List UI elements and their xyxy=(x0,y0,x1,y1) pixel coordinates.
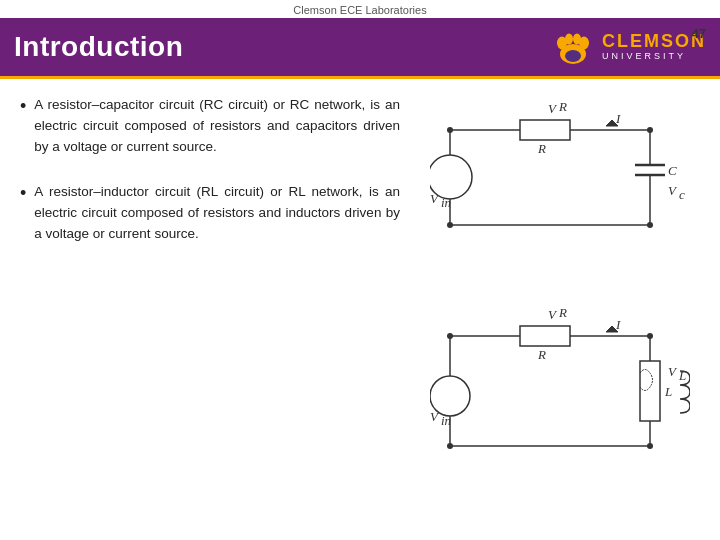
svg-rect-9 xyxy=(520,120,570,140)
svg-text:V: V xyxy=(430,409,440,424)
paw-icon xyxy=(552,26,594,68)
svg-point-54 xyxy=(447,443,453,449)
logo-university-text: UNIVERSITY xyxy=(602,50,686,63)
logo-area: CLEMSON UNIVERSITY xyxy=(552,26,706,68)
institution-label: Clemson ECE Laboratories xyxy=(293,4,426,16)
diagrams-column: V R R I C V c xyxy=(420,95,700,491)
svg-text:R: R xyxy=(558,305,567,320)
svg-text:V: V xyxy=(548,101,558,116)
svg-text:C: C xyxy=(668,163,677,178)
svg-point-51 xyxy=(447,333,453,339)
text-column: • A resistor–capacitor circuit (RC circu… xyxy=(20,95,400,491)
main-content: • A resistor–capacitor circuit (RC circu… xyxy=(0,79,720,501)
svg-text:V: V xyxy=(548,307,558,322)
svg-point-52 xyxy=(647,333,653,339)
rc-circuit-diagram: V R R I C V c xyxy=(430,95,690,285)
svg-point-28 xyxy=(647,127,653,133)
bullet-text-1: A resistor–capacitor circuit (RC circuit… xyxy=(34,95,400,158)
svg-text:R: R xyxy=(537,141,546,156)
page-number: 47 xyxy=(692,26,706,41)
svg-text:V: V xyxy=(668,364,678,379)
bullet-item-2: • A resistor–inductor circuit (RL circui… xyxy=(20,182,400,245)
bullet-text-2: A resistor–inductor circuit (RL circuit)… xyxy=(34,182,400,245)
svg-point-5 xyxy=(565,50,581,62)
svg-point-30 xyxy=(447,222,453,228)
logo-text: CLEMSON UNIVERSITY xyxy=(602,32,706,63)
bullet-item-1: • A resistor–capacitor circuit (RC circu… xyxy=(20,95,400,158)
svg-text:V: V xyxy=(668,183,678,198)
svg-text:L: L xyxy=(664,384,672,399)
svg-text:V: V xyxy=(430,191,440,206)
svg-point-53 xyxy=(647,443,653,449)
svg-point-27 xyxy=(447,127,453,133)
bullet-dot-2: • xyxy=(20,182,26,245)
header-bar: Introduction CLEMSON UNIVERSITY xyxy=(0,18,720,79)
svg-text:c: c xyxy=(679,187,685,202)
svg-point-3 xyxy=(565,34,573,45)
rl-circuit-diagram: V R R I L V L xyxy=(430,301,690,491)
svg-point-29 xyxy=(647,222,653,228)
svg-text:R: R xyxy=(558,99,567,114)
svg-rect-34 xyxy=(520,326,570,346)
bullet-dot-1: • xyxy=(20,95,26,158)
top-bar: Clemson ECE Laboratories xyxy=(0,0,720,18)
logo-clemson-text: CLEMSON xyxy=(602,32,706,50)
svg-text:R: R xyxy=(537,347,546,362)
page-title: Introduction xyxy=(14,31,183,63)
svg-text:L: L xyxy=(678,368,686,383)
svg-point-4 xyxy=(573,34,581,45)
